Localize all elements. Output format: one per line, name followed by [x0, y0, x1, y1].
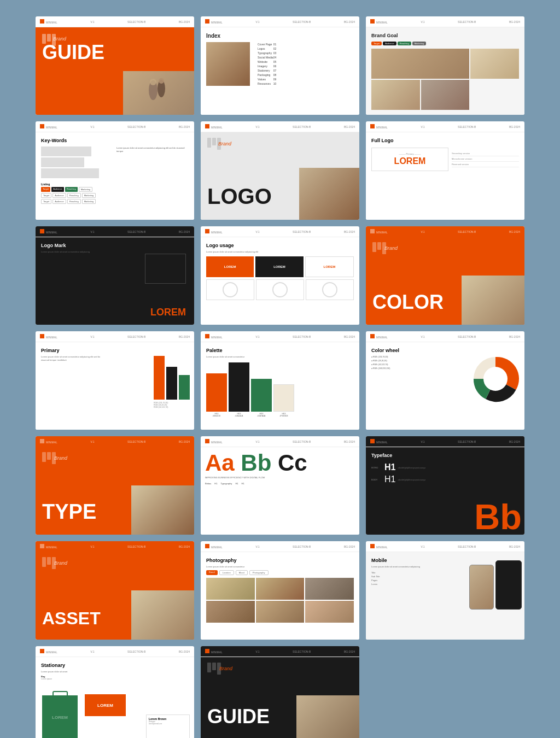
kw-listing: Listing	[41, 183, 113, 186]
swatch-label-1: HEX#E84C00	[213, 413, 221, 417]
tf-row-body: BODY H1 abcdefghijklmnopqrstuvwxyz	[371, 475, 519, 484]
kw-tag-r2: Reaching	[67, 193, 81, 198]
h5-v: V.1	[255, 125, 259, 128]
h4-v: V.1	[90, 125, 94, 128]
slide-14-content: Aa Bb Cc IMPROVING BUSINESS EFFICIENCY W…	[201, 447, 359, 535]
index-layout: Cover Page01 Logos02 Typography03 Social…	[206, 42, 354, 86]
lm-title: Logo Mark	[41, 243, 189, 248]
lb-dark: LOREM	[255, 256, 303, 277]
cover-photo	[123, 71, 194, 115]
slide-11-content: Palette Lorem ipsum dolor sit amet conse…	[201, 342, 359, 430]
index-item-2: Logos02	[258, 46, 276, 51]
kw-bar-2	[41, 157, 84, 167]
tab-mood[interactable]: Mood	[236, 570, 248, 575]
primary-chart: RGB (231,76,00) RGB (26,26,26) RGB (42,1…	[154, 356, 190, 408]
goal-photo-1	[371, 49, 469, 79]
h15-year: BG-2024	[509, 440, 520, 443]
cover-title: GUIDE	[42, 43, 104, 62]
h4-brand: MINIMAL	[40, 124, 57, 129]
slide-brand-logo: MINIMAL V.1 SELECTION-B BG-2024 Brand LO…	[201, 121, 359, 220]
circle-3	[306, 279, 354, 300]
logo-title: LOGO	[207, 184, 272, 209]
kw-tag-m2: Marketing	[82, 193, 96, 198]
photo-title: Photography	[206, 558, 354, 563]
h16-year: BG-2024	[179, 545, 190, 548]
bar-dark	[166, 367, 177, 400]
h13-year: BG-2024	[179, 440, 190, 443]
h9-sel: SELECTION-B	[458, 230, 476, 233]
fl-layout: ——— Primary ——— LOREM Secondary version …	[371, 148, 519, 171]
slide-logo-usage: MINIMAL V.1 SELECTION-B BG-2024 Logo usa…	[201, 226, 359, 325]
slide-19-content: Stationary Lorem ipsum dolor sit amet Ba…	[36, 657, 194, 738]
brand-label-5: Brand	[218, 141, 231, 147]
palette-text: Lorem ipsum dolor sit amet consectetur	[206, 355, 272, 358]
goal-photos	[371, 49, 519, 110]
h20-brand: MINIMAL	[205, 649, 223, 654]
h15-sel: SELECTION-B	[458, 440, 476, 443]
h11-v: V.1	[255, 335, 259, 338]
tab-photography[interactable]: Photography	[249, 570, 269, 575]
h16-sel: SELECTION-B	[127, 545, 145, 548]
h17-sel: SELECTION-B	[293, 545, 311, 548]
kw-tag-row-3: Target Audience Reaching Marketing	[41, 199, 113, 204]
index-item-3: Typography03	[258, 51, 276, 55]
lm-lorem: LOREM	[150, 307, 186, 318]
slide-mobile: MINIMAL V.1 SELECTION-B BG-2024 Mobile L…	[366, 541, 524, 640]
primary-title: Primary	[41, 348, 189, 353]
tab-location[interactable]: Location	[219, 570, 234, 575]
lb-orange: LOREM	[206, 256, 254, 277]
type-photo	[131, 485, 194, 535]
slide-header-15: MINIMAL V.1 SELECTION-B BG-2024	[366, 436, 524, 447]
index-item-6: Imagery06	[258, 64, 276, 68]
slide-header-17: MINIMAL V.1 SELECTION-B BG-2024	[201, 541, 359, 552]
fl-var-2: Monochrome version	[452, 157, 519, 162]
tag-reaching: Reaching	[398, 42, 411, 45]
h8-v: V.1	[255, 230, 259, 233]
circle-1	[206, 279, 254, 300]
slide-brand-type: MINIMAL V.1 SELECTION-B BG-2024 Brand TY…	[36, 436, 194, 535]
swatch-label-3: HEX#2A7A4A	[258, 413, 266, 417]
slide-1-content: Brand GUIDE	[36, 27, 194, 115]
tab-brand[interactable]: Brand	[206, 570, 218, 575]
slide-header-14: MINIMAL V.1 SELECTION-B BG-2024	[201, 436, 359, 447]
bar-orange	[154, 356, 165, 400]
orange-box: LOREM	[85, 694, 126, 716]
kw-tag-t2: Target	[41, 193, 51, 198]
slide-photography: MINIMAL V.1 SELECTION-B BG-2024 Photogra…	[201, 541, 359, 640]
tf-title: Typeface	[371, 453, 519, 458]
stat-text: Lorem ipsum dolor sit amet	[41, 670, 189, 673]
goal-photo-2	[470, 49, 519, 79]
slide-8-content: Logo usage Lorem ipsum dolor sit amet co…	[201, 237, 359, 325]
index-list: Cover Page01 Logos02 Typography03 Social…	[258, 42, 276, 86]
goal-photo-4	[421, 80, 470, 110]
kw-layout: Listing Target Audience Reaching Marketi…	[41, 147, 189, 205]
goal-tags: Target Audience Reaching Marketing	[371, 42, 519, 45]
swatch-label-2: HEX#1A1A1A	[235, 413, 243, 417]
h2-year: BG-2024	[344, 20, 355, 24]
slide-6-content: Full Logo ——— Primary ——— LOREM Secondar…	[366, 132, 524, 220]
h12-v: V.1	[421, 335, 424, 338]
svg-point-2	[150, 79, 156, 85]
kw-tag-r3: Reaching	[67, 199, 81, 204]
phones	[469, 560, 522, 610]
pg-6	[305, 601, 354, 623]
pg-1	[206, 578, 255, 600]
slide-20-content: Brand GUIDE	[201, 657, 359, 738]
svg-point-3	[159, 78, 164, 84]
lb-white: LOREM	[305, 256, 354, 277]
business-card: Lorem Brown Designer lorem@email.com	[146, 714, 190, 738]
slide-9-content: Brand COLOR	[366, 237, 524, 325]
h9-year: BG-2024	[509, 230, 520, 233]
h9-brand: MINIMAL	[370, 229, 388, 234]
h19-v: V.1	[90, 650, 94, 653]
slide-logo-mark: MINIMAL V.1 SELECTION-B BG-2024 Logo Mar…	[36, 226, 194, 325]
people-silhouette	[142, 77, 175, 109]
kw-tag-m1: Marketing	[79, 187, 93, 192]
slide-header-12: MINIMAL V.1 SELECTION-B BG-2024	[366, 331, 524, 342]
h6-v: V.1	[421, 125, 424, 128]
tag-marketing: Marketing	[412, 42, 427, 45]
asset-brand-label: Brand	[54, 560, 67, 566]
slide-keywords: MINIMAL V.1 SELECTION-B BG-2024 Key-Word…	[36, 121, 194, 220]
h18-v: V.1	[421, 545, 424, 548]
slide-13-content: Brand TYPE	[36, 447, 194, 535]
